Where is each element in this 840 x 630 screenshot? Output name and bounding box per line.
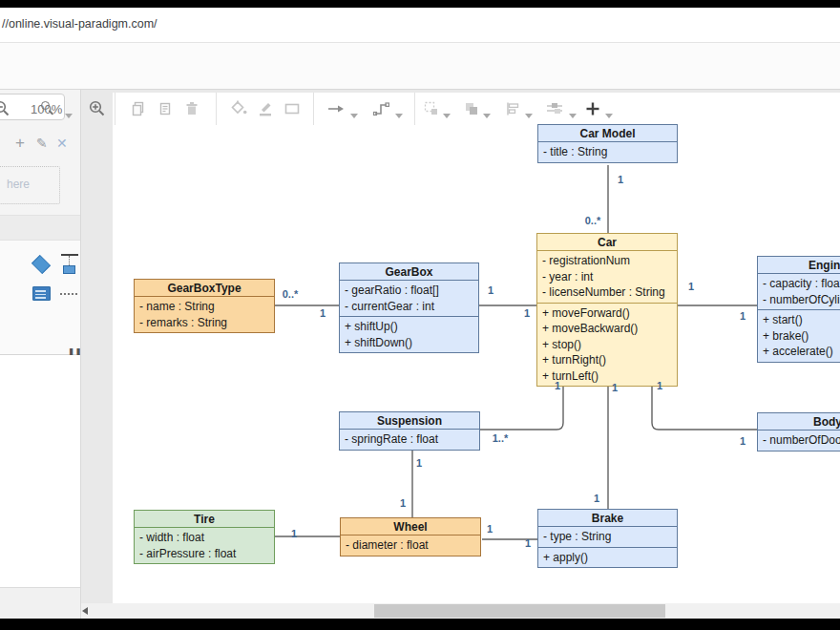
fill-color-button[interactable] bbox=[229, 99, 248, 118]
class-name: Wheel bbox=[341, 518, 480, 536]
shape-style-button[interactable] bbox=[283, 99, 302, 118]
uml-attribute: - licenseNumber : String bbox=[537, 284, 677, 301]
close-icon[interactable]: ✕ bbox=[56, 136, 68, 151]
toolbar-separator bbox=[115, 93, 116, 125]
multiplicity-label[interactable]: 1 bbox=[688, 281, 694, 292]
uml-attribute: - capacity : float bbox=[758, 276, 840, 292]
class-name: GearBox bbox=[340, 263, 478, 281]
multiplicity-label[interactable]: 1 bbox=[594, 493, 599, 504]
zoom-out-button[interactable] bbox=[0, 99, 11, 118]
scrollbar-thumb[interactable] bbox=[374, 604, 665, 618]
arrow-style-caret-icon[interactable] bbox=[350, 106, 358, 125]
uml-class-brake[interactable]: Brake- type : String+ apply() bbox=[537, 509, 678, 568]
multiplicity-label[interactable]: 1 bbox=[612, 382, 618, 393]
uml-operation: + shiftUp() bbox=[340, 319, 478, 335]
class-name: GearBoxType bbox=[135, 280, 274, 297]
shape-dropzone[interactable]: here bbox=[0, 166, 60, 204]
group-button[interactable] bbox=[422, 99, 441, 118]
uml-class-engine[interactable]: Engine- capacity : float- numberOfCylind… bbox=[757, 256, 840, 363]
connector-style-caret-icon[interactable] bbox=[395, 106, 403, 125]
align-caret-icon[interactable] bbox=[525, 106, 533, 125]
attributes-compartment: - gearRatio : float[]- currentGear : int bbox=[340, 281, 478, 316]
multiplicity-label[interactable]: 1 bbox=[555, 380, 560, 391]
sidebar-section-header[interactable] bbox=[0, 215, 81, 241]
paste-style-button[interactable] bbox=[157, 99, 174, 118]
attributes-compartment: - width : float- airPressure : float bbox=[135, 528, 274, 563]
scroll-left-arrow-icon[interactable] bbox=[82, 607, 88, 615]
uml-attribute: - airPressure : float bbox=[135, 546, 274, 562]
multiplicity-label[interactable]: 0..* bbox=[585, 215, 601, 226]
browser-url-bar[interactable]: //online.visual-paradigm.com/ bbox=[0, 8, 840, 43]
multiplicity-label[interactable]: 1 bbox=[740, 435, 746, 447]
uml-class-body[interactable]: Body- numberOfDoors : int bbox=[757, 412, 840, 452]
insert-caret-icon[interactable] bbox=[605, 106, 613, 125]
line-color-button[interactable] bbox=[256, 99, 275, 118]
multiplicity-label[interactable]: 1..* bbox=[493, 432, 509, 444]
bring-to-front-caret-icon[interactable] bbox=[483, 106, 491, 125]
uml-class-gearboxtype[interactable]: GearBoxType- name : String- remarks : St… bbox=[134, 279, 275, 333]
horizontal-scrollbar[interactable] bbox=[76, 603, 840, 619]
multiplicity-label[interactable]: 1 bbox=[320, 307, 326, 319]
uml-class-car-model[interactable]: Car Model- title : String bbox=[537, 124, 678, 163]
uml-operation: + apply() bbox=[538, 550, 677, 566]
attributes-compartment: - registrationNum- year : int- licenseNu… bbox=[537, 251, 677, 303]
connector-style-button[interactable] bbox=[372, 99, 391, 118]
multiplicity-label[interactable]: 1 bbox=[618, 174, 623, 185]
uml-class-suspension[interactable]: Suspension- springRate : float bbox=[339, 411, 480, 451]
multiplicity-label[interactable]: 1 bbox=[400, 497, 406, 509]
multiplicity-label[interactable]: 1 bbox=[487, 523, 493, 535]
multiplicity-label[interactable]: 1 bbox=[416, 457, 422, 469]
add-shape-icon[interactable]: + bbox=[15, 134, 25, 153]
attributes-compartment: - springRate : float bbox=[340, 430, 479, 450]
multiplicity-label[interactable]: 1 bbox=[524, 307, 530, 319]
uml-attribute: - numberOfCylinders : int bbox=[758, 292, 840, 308]
multiplicity-label[interactable]: 1 bbox=[291, 528, 297, 539]
edit-shape-icon[interactable]: ✎ bbox=[36, 136, 48, 151]
distribute-caret-icon[interactable] bbox=[569, 106, 577, 125]
uml-class-wheel[interactable]: Wheel- diameter : float bbox=[340, 517, 481, 556]
uml-attribute: - remarks : String bbox=[135, 315, 274, 331]
uml-class-car[interactable]: Car- registrationNum- year : int- licens… bbox=[536, 233, 678, 387]
zoom-level-value[interactable]: 100% bbox=[31, 99, 62, 118]
uml-operation: + start() bbox=[758, 312, 840, 328]
uml-operation: + brake() bbox=[758, 328, 840, 345]
multiplicity-label[interactable]: 1 bbox=[657, 380, 662, 391]
attributes-compartment: - diameter : float bbox=[341, 536, 480, 556]
uml-operation: + shiftDown() bbox=[340, 335, 478, 351]
attributes-compartment: - numberOfDoors : int bbox=[758, 430, 840, 451]
class-name: Car bbox=[537, 234, 677, 251]
multiplicity-label[interactable]: 1 bbox=[525, 537, 531, 549]
sidebar-lower-panel bbox=[0, 355, 81, 587]
copy-button[interactable] bbox=[130, 99, 147, 118]
uml-attribute: - currentGear : int bbox=[340, 299, 478, 315]
uml-class-tire[interactable]: Tire- width : float- airPressure : float bbox=[134, 510, 275, 564]
zoom-in-button[interactable] bbox=[88, 99, 107, 118]
document-shape-icon[interactable] bbox=[32, 286, 51, 301]
app-window: //online.visual-paradigm.com/ 100% bbox=[0, 0, 840, 630]
uml-operation: + accelerate() bbox=[758, 344, 840, 360]
anchor-shape-icon[interactable] bbox=[61, 254, 78, 256]
uml-operation: + turnRight() bbox=[537, 352, 677, 368]
dashed-line-shape-icon[interactable] bbox=[60, 293, 77, 295]
bring-to-front-button[interactable] bbox=[462, 99, 481, 118]
multiplicity-label[interactable]: 1 bbox=[740, 310, 746, 322]
distribute-button[interactable] bbox=[544, 99, 565, 118]
uml-class-gearbox[interactable]: GearBox- gearRatio : float[]- currentGea… bbox=[339, 262, 479, 353]
insert-button[interactable] bbox=[584, 99, 601, 118]
multiplicity-label[interactable]: 1 bbox=[488, 284, 494, 296]
arrow-style-button[interactable] bbox=[326, 99, 346, 118]
decision-shape-icon[interactable] bbox=[32, 255, 51, 274]
uml-attribute: - type : String bbox=[538, 529, 677, 545]
multiplicity-label[interactable]: 0..* bbox=[283, 288, 299, 300]
group-caret-icon[interactable] bbox=[443, 106, 451, 125]
uml-operation: + moveForward() bbox=[537, 305, 677, 322]
operations-compartment: + apply() bbox=[538, 547, 677, 568]
uml-attribute: - diameter : float bbox=[341, 537, 480, 554]
align-button[interactable] bbox=[504, 99, 523, 118]
attributes-compartment: - name : String- remarks : String bbox=[135, 297, 274, 332]
delete-button[interactable] bbox=[183, 99, 200, 118]
uml-attribute: - gearRatio : float[] bbox=[340, 283, 478, 299]
toolbar-separator bbox=[216, 93, 217, 125]
zoom-level-caret-icon[interactable] bbox=[65, 106, 73, 125]
browser-url[interactable]: //online.visual-paradigm.com/ bbox=[2, 17, 158, 31]
